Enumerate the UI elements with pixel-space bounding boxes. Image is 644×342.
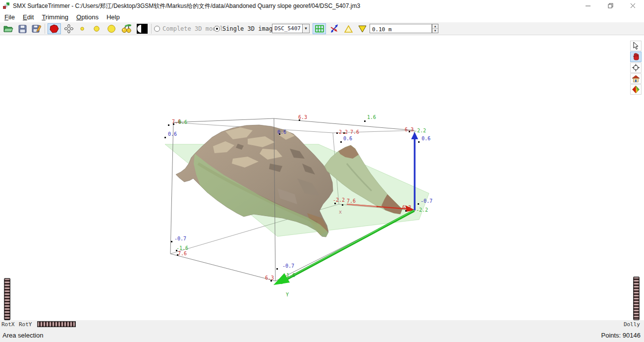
roty-label: RotY [19,321,32,328]
hand-icon [633,53,640,60]
flip-arrows-button[interactable] [328,23,341,34]
status-mode-text: Area selection [2,332,43,339]
restore-button[interactable] [599,0,622,11]
right-dolly-slider[interactable] [633,277,640,320]
home-icon [632,75,640,82]
triangle-up-button[interactable] [342,23,354,34]
axis-tick-label: -0.7 [174,236,186,241]
flip-arrows-icon [329,24,339,33]
menu-item-options[interactable]: Options [73,12,102,22]
save-as-button[interactable] [30,23,42,34]
axis-tick-label: 7.6 [347,198,356,204]
open-folder-icon [3,25,13,33]
point-size-medium-icon [93,25,100,32]
dolly-label: Dolly [624,321,640,328]
axis-tick-label: 0.6 [343,136,352,141]
grid-icon [315,25,324,33]
rotx-label: RotX [1,321,15,328]
axis-tick-label: 1.6 [367,114,376,120]
cherries-button[interactable] [120,23,133,34]
axis-tick-label: -1.6 [176,245,188,251]
menu-item-trimming[interactable]: Trimming [38,12,72,22]
menu-item-edit[interactable]: Edit [19,12,37,22]
axis-tick-label: 6.3 [298,114,307,120]
axis-tick-label: 0.6 [422,136,430,141]
axis-tick-label: -2.2 [414,128,426,133]
axis-tick-label: 1.6 [286,273,295,278]
target-icon [632,64,640,71]
image-select-dropdown-arrow[interactable]: ▼ [302,24,310,33]
rock-model [176,125,333,237]
open-button[interactable] [2,23,14,34]
axis-tick-label: 6.3 [265,275,274,281]
spacing-input[interactable] [370,25,431,34]
scene-canvas [0,35,644,320]
point-size-small-icon [80,26,85,31]
status-bar: Area selection Points: 90146 [0,329,644,342]
axis-tick-label: Y [286,292,289,297]
axis-tick-label: 0.6 [178,119,187,125]
axis-tick-label: 7.6 [178,251,187,256]
save-button[interactable] [16,23,28,34]
render-mode-button[interactable] [630,84,642,95]
crosshair-tool-button[interactable] [63,23,75,34]
minimize-icon [586,3,591,8]
spinner-down-icon[interactable]: ▼ [432,29,438,33]
spacing-spinner[interactable]: ▲ ▼ [432,24,438,33]
axis-tick-label: -2.2 [416,207,428,213]
point-size-medium-button[interactable] [91,23,102,34]
restore-icon [608,3,614,9]
close-button[interactable] [622,0,644,11]
axis-tick-label: 7.6 [350,129,359,135]
points-count: Points: 90146 [601,332,641,339]
main-toolbar: Complete 3D model Single 3D image: DSC_5… [0,22,644,35]
crosshair-tool-icon [64,24,73,33]
menu-item-help[interactable]: Help [103,12,123,22]
triangle-up-icon [344,25,353,33]
save-as-icon [32,24,41,33]
rotation-slider[interactable] [37,321,76,327]
axis-tick-label: 6.3 [402,205,411,210]
cherries-icon [121,24,132,34]
point-size-large-icon [107,24,116,33]
rotation-bar: RotX RotY Dolly [0,320,644,329]
close-icon [630,3,636,8]
left-zoom-slider[interactable] [4,278,10,320]
menu-bar: FileEditTrimmingOptionsHelp [0,11,644,22]
save-icon [18,25,27,33]
minimize-button[interactable] [577,0,599,11]
side-toolbar [630,41,642,95]
trim-polygon-icon [50,24,59,33]
pointer-tool-button[interactable] [630,41,642,51]
grid-toggle-button[interactable] [313,23,326,34]
hand-tool-button[interactable] [630,52,642,62]
axis-tick-label: x [339,209,342,215]
spacing-input-box [370,24,432,33]
triangle-down-icon [358,25,367,33]
center-tool-button[interactable] [630,62,642,73]
title-bar: SMX SurfaceTrimmer - C:/Users/郑江/Desktop… [0,0,644,11]
image-select-value: DSC_5407 [274,25,301,32]
point-size-small-button[interactable] [77,23,87,34]
app-icon [2,2,10,9]
axis-tick-label: 0.6 [277,129,286,135]
complete-model-radio[interactable] [154,26,160,32]
contrast-button[interactable] [135,23,149,34]
axis-tick-label: -2.2 [336,129,348,135]
trim-polygon-button[interactable] [48,23,61,34]
window-title: SMX SurfaceTrimmer - C:/Users/郑江/Desktop… [13,2,360,10]
axis-tick-label: -2.2 [333,197,345,203]
axis-tick-label: 6.3 [405,127,414,132]
viewport-3d[interactable]: 7.60.66.31.6-2.27.66.3-2.20.60.60.60.6-0… [0,35,644,320]
home-view-button[interactable] [630,73,642,84]
contrast-icon [137,24,148,34]
axis-tick-label: -0.7 [421,198,432,204]
triangle-down-button[interactable] [356,23,368,34]
point-size-large-button[interactable] [105,23,118,34]
gem-icon [632,86,640,93]
spinner-up-icon[interactable]: ▲ [432,24,438,29]
pointer-icon [633,42,639,50]
menu-item-file[interactable]: File [1,12,18,22]
image-select-dropdown[interactable]: DSC_5407 [272,24,303,33]
single-image-radio[interactable] [214,26,220,32]
